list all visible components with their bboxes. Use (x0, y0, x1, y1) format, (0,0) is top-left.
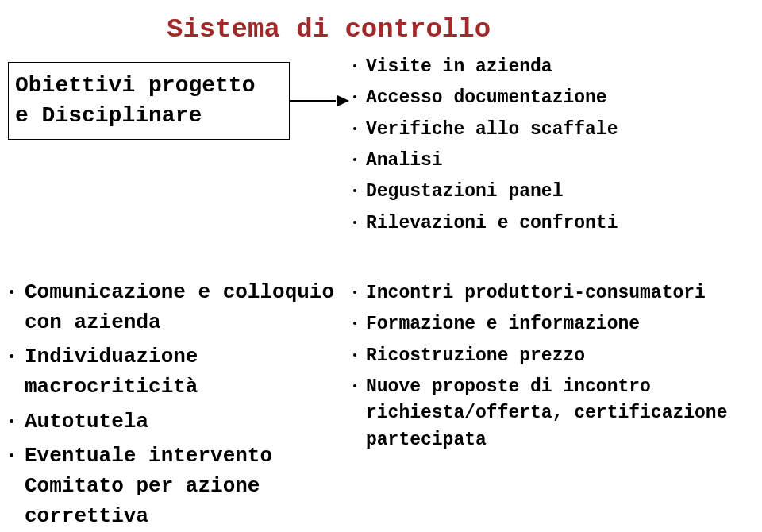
list-item: Comunicazione e colloquio con azienda (10, 278, 351, 337)
bottom-left-list: Comunicazione e colloquio con azienda In… (10, 278, 351, 532)
list-item: Incontri produttori-consumatori (353, 280, 758, 306)
list-item: Rilevazioni e confronti (353, 210, 750, 237)
list-item: Degustazioni panel (353, 179, 750, 205)
objectives-line2: e Disciplinare (15, 101, 283, 131)
objectives-line1: Obiettivi progetto (15, 71, 283, 101)
arrow-icon (290, 98, 349, 105)
list-item: Formazione e informazione (353, 311, 758, 337)
list-item: Eventuale intervento Comitato per azione… (10, 441, 351, 531)
list-item: Ricostruzione prezzo (353, 343, 758, 369)
list-item: Analisi (353, 148, 750, 174)
list-item: Autotutela (10, 407, 351, 438)
top-right-list: Visite in azienda Accesso documentazione… (353, 54, 750, 241)
list-item: Nuove proposte di incontro richiesta/off… (353, 374, 758, 453)
objectives-box: Obiettivi progetto e Disciplinare (8, 62, 290, 140)
list-item: Accesso documentazione (353, 85, 750, 111)
list-item: Verifiche allo scaffale (353, 117, 750, 143)
list-item: Visite in azienda (353, 54, 750, 80)
list-item: Individuazione macrocriticità (10, 342, 351, 402)
page-title: Sistema di controllo (167, 14, 491, 44)
bottom-right-list: Incontri produttori-consumatori Formazio… (353, 280, 758, 458)
